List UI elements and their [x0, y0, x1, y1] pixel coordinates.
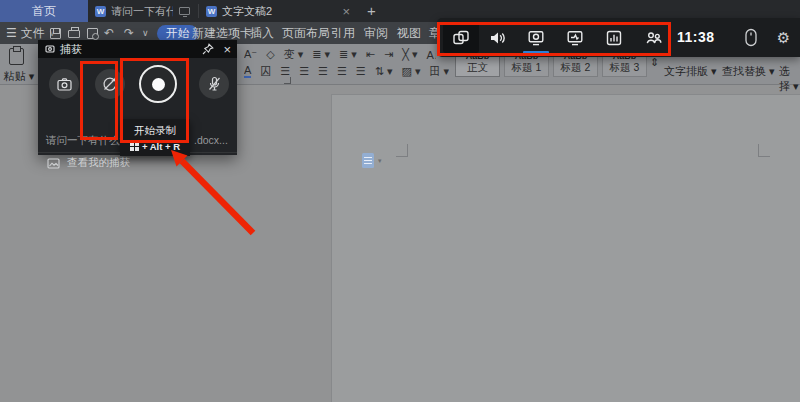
align-center-icon[interactable]: ☰ [299, 65, 309, 78]
ribbon-font-tools[interactable]: A⁻ ◇ 变 ▾ ≣ ▾ ≣ ▾ ⇤ ⇥ ╳ ▾ A↓ ↵ ▾ [244, 47, 436, 62]
shrink-font-icon[interactable]: A⁻ [244, 48, 257, 61]
mouse-icon[interactable] [740, 27, 761, 48]
tab-home[interactable]: 首页 [0, 0, 88, 22]
numbered-list-icon[interactable]: ≣ ▾ [339, 48, 357, 61]
align-right-icon[interactable]: ☰ [318, 65, 328, 78]
start-recording-button[interactable] [139, 65, 177, 103]
capture-source-ext: .docx... [194, 134, 228, 146]
ribbon-tab-insert[interactable]: 插入 [250, 22, 274, 44]
paste-icon [9, 48, 24, 65]
style-gallery-more-icon[interactable]: ⇕ [650, 56, 659, 69]
close-icon[interactable]: × [223, 43, 231, 56]
gallery-icon [47, 158, 60, 169]
paste-options-chip[interactable] [362, 153, 374, 168]
chevron-down-icon[interactable]: ▾ [378, 157, 382, 165]
microphone-toggle-button[interactable] [199, 69, 229, 99]
xbox-social-icon[interactable] [643, 27, 664, 48]
screenshot-button[interactable] [49, 69, 79, 99]
ribbon-paragraph-tools[interactable]: A 囚 ☰ ☰ ☰ ☰ ☰ ⇅ ▾ ▨ ▾ 田 ▾ [244, 64, 449, 79]
pin-icon[interactable] [202, 43, 214, 55]
decrease-indent-icon[interactable]: ⇤ [366, 48, 375, 61]
select-button[interactable]: 选择 ▾ [779, 64, 800, 94]
char-scale-icon[interactable]: ╳ ▾ [402, 48, 417, 61]
performance-icon[interactable] [564, 27, 585, 48]
shading-icon[interactable]: ▨ ▾ [402, 65, 421, 78]
wps-writer-icon: W [206, 6, 217, 17]
line-spacing-icon[interactable]: ⇅ ▾ [375, 65, 393, 78]
new-tab-button[interactable]: + [367, 3, 376, 18]
record-last-disabled-icon [102, 76, 118, 92]
gamebar-clock: 11:38 [677, 29, 715, 45]
print-icon [68, 30, 80, 38]
page-margin-mark-left [396, 144, 408, 157]
resources-icon[interactable] [603, 27, 624, 48]
wps-writer-icon: W [95, 6, 106, 17]
tab-active-doc[interactable]: W 文字文稿2 × [206, 0, 356, 22]
text-layout-button[interactable]: 文字排版 ▾ [664, 64, 717, 79]
windows-logo-icon [130, 142, 139, 151]
camera-icon [57, 78, 72, 91]
record-dot-icon [152, 78, 165, 91]
game-bar-toolbar: 11:38 ⚙ [437, 18, 800, 57]
capture-widget-body: 请问一下有什么好的电 .docx... 查看我的捕获 开始录制 + Alt + … [38, 58, 237, 155]
ribbon-tab-view[interactable]: 视图 [397, 22, 421, 44]
screen-share-icon [179, 7, 190, 15]
record-last-button[interactable] [95, 69, 125, 99]
sort-icon[interactable]: A↓ [426, 49, 436, 61]
ribbon-tab-layout[interactable]: 页面布局 [282, 22, 330, 44]
active-widget-indicator [523, 51, 549, 54]
capture-icon[interactable] [525, 27, 546, 48]
gamebar-settings-icon[interactable]: ⚙ [773, 27, 794, 48]
find-replace-button[interactable]: 查找替换 ▾ [722, 64, 775, 79]
dialog-launcher-icon[interactable] [284, 77, 291, 84]
borders-icon[interactable]: 田 ▾ [430, 64, 450, 79]
increase-indent-icon[interactable]: ⇥ [384, 48, 393, 61]
save-icon [50, 28, 61, 39]
tab-question-doc[interactable]: W 请问一下有什...录屏软件吗? [95, 0, 198, 22]
document-page[interactable] [331, 94, 800, 402]
bullet-list-icon[interactable]: ≣ ▾ [312, 48, 330, 61]
capture-widget-icon [45, 44, 55, 54]
ribbon-tab-review[interactable]: 审阅 [364, 22, 388, 44]
start-recording-tooltip: 开始录制 + Alt + R [120, 119, 190, 156]
font-color-icon[interactable]: A [244, 65, 251, 79]
ribbon-tab-ref[interactable]: 引用 [331, 22, 355, 44]
capture-widget-titlebar[interactable]: 捕获 × [38, 40, 237, 58]
print-preview-icon [87, 28, 98, 39]
tab-separator [198, 4, 199, 18]
page-margin-mark-right [758, 144, 770, 157]
widgets-menu-icon[interactable] [450, 27, 471, 48]
align-justify-icon[interactable]: ☰ [337, 65, 347, 78]
hamburger-icon: ☰ [6, 26, 17, 40]
pinyin-icon[interactable]: 变 ▾ [284, 47, 304, 62]
microphone-off-icon [207, 76, 222, 92]
align-distribute-icon[interactable]: ☰ [356, 65, 366, 78]
capture-widget-title: 捕获 [60, 42, 82, 57]
char-border-icon[interactable]: 囚 [260, 64, 271, 79]
capture-widget: 捕获 × 请问一下有什么好的电 .docx... [38, 40, 237, 155]
clear-format-icon[interactable]: ◇ [266, 48, 274, 61]
audio-icon[interactable] [486, 27, 507, 48]
tab-close-icon[interactable]: × [342, 5, 350, 18]
